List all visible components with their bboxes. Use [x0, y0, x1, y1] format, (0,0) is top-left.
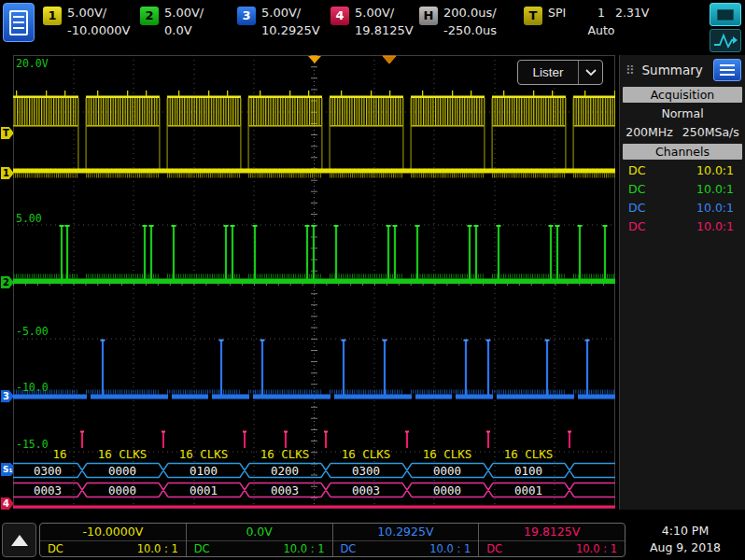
- channel-3-offset: 10.2925V: [261, 21, 320, 39]
- main-menu-button[interactable]: [3, 3, 35, 42]
- channel-4-probe-label: 10.0 : 1: [576, 541, 617, 556]
- trigger-source: 1: [597, 4, 605, 21]
- channel-2-coupling-label: DC: [194, 541, 210, 556]
- clock-count-label: 16 CLKS: [342, 447, 391, 461]
- scale-label: -15.0: [16, 438, 49, 451]
- channel-3-status[interactable]: 3 5.00V/ 10.2925V: [237, 0, 330, 39]
- channel-3-value: 10.2925V: [333, 524, 479, 541]
- up-arrow-icon: [11, 535, 28, 546]
- channel-4-ground-marker[interactable]: 4: [1, 497, 14, 510]
- clock-count-label: 16: [52, 447, 66, 461]
- channel-2-badge: 2: [140, 7, 159, 25]
- channel-1-measurement-cell[interactable]: -10.0000V DC 10.0 : 1: [40, 524, 187, 556]
- menu-icon: [9, 10, 28, 35]
- clock-count-label: 16 CLKS: [260, 447, 310, 461]
- trigger-mode: Auto: [587, 21, 614, 39]
- channel-1-probe-label: 10.0 : 1: [137, 541, 178, 556]
- oscilloscope-screen: 1 5.00V/ -10.0000V 2 5.00V/ 0.0V 3 5.00V…: [0, 0, 745, 560]
- channel-2-scale: 5.00V/: [164, 4, 204, 21]
- acquisition-rates: 200MHz 250MSa/s: [620, 123, 745, 142]
- touch-screen-button[interactable]: [710, 3, 741, 26]
- lister-label: Lister: [518, 65, 578, 79]
- channel-3-probe-ratio: 10.0:1: [696, 199, 734, 217]
- trigger-type: SPI: [548, 4, 587, 21]
- channel-3-summary-row: DC 10.0:1: [620, 199, 745, 217]
- channel-4-value: 19.8125V: [479, 524, 625, 541]
- channel-1-scale: 5.00V/: [67, 4, 130, 21]
- timebase-delay: -250.0us: [443, 21, 497, 39]
- miso-bus-value: 0003: [271, 483, 299, 497]
- channel-4-summary-row: DC 10.0:1: [620, 217, 745, 236]
- lister-dropdown-button[interactable]: Lister: [517, 60, 603, 85]
- clock-count-label: 16 CLKS: [423, 447, 472, 461]
- miso-bus-value: 0001: [190, 483, 218, 497]
- miso-bus-value: 0000: [433, 483, 461, 497]
- mosi-bus-value: 0200: [271, 464, 299, 478]
- channel-3-measurement-cell[interactable]: 10.2925V DC 10.0 : 1: [333, 524, 480, 556]
- channel-1-coupling-label: DC: [48, 541, 63, 556]
- sample-rate-value: 250MSa/s: [682, 123, 739, 142]
- spi-clock-count-labels: 16 16 CLKS 16 CLKS 16 CLKS 16 CLKS 16 CL…: [52, 447, 553, 461]
- channel-3-coupling: DC: [628, 199, 645, 217]
- waveform-recall-button[interactable]: [710, 29, 741, 52]
- acquisition-section-header: Acquisition: [623, 87, 742, 103]
- waveform-canvas: 16 16 CLKS 16 CLKS 16 CLKS 16 CLKS 16 CL…: [13, 55, 615, 509]
- clock-count-label: 16 CLKS: [504, 447, 554, 461]
- chevron-down-icon: [578, 61, 602, 84]
- summary-panel: ⠿ Summary Acquisition Normal 200MHz 250M…: [619, 55, 745, 510]
- scale-label: -5.00: [16, 325, 49, 338]
- mosi-bus-value: 0000: [433, 464, 461, 478]
- channel-1-offset: -10.0000V: [67, 21, 130, 39]
- time-display: 4:10 PM: [629, 523, 741, 539]
- channel-2-coupling: DC: [628, 180, 645, 199]
- channel-1-ground-marker[interactable]: 1: [1, 167, 14, 179]
- channel-4-probe-ratio: 10.0:1: [696, 217, 734, 236]
- trigger-status[interactable]: T SPI 1 2.31V Auto: [524, 0, 649, 39]
- trigger-level-marker[interactable]: T: [1, 127, 14, 139]
- channel-1-coupling: DC: [628, 161, 645, 180]
- time-reference-marker[interactable]: [308, 56, 321, 63]
- scale-label: 5.00: [16, 212, 42, 225]
- horizontal-badge: H: [419, 7, 438, 25]
- list-icon: [720, 64, 735, 76]
- menu-up-button[interactable]: [2, 523, 36, 557]
- channel-4-scale: 5.00V/: [355, 4, 414, 21]
- channel-4-status[interactable]: 4 5.00V/ 19.8125V: [330, 0, 419, 39]
- header-quick-buttons: [710, 0, 745, 52]
- channel-2-ground-marker[interactable]: 2: [1, 276, 14, 288]
- channel-1-badge: 1: [43, 7, 62, 25]
- clock-count-label: 16 CLKS: [179, 447, 229, 461]
- channel-2-status[interactable]: 2 5.00V/ 0.0V: [140, 0, 237, 39]
- top-status-bar: 1 5.00V/ -10.0000V 2 5.00V/ 0.0V 3 5.00V…: [0, 0, 745, 53]
- summary-menu-button[interactable]: [713, 59, 741, 81]
- channel-4-measurement-cell[interactable]: 19.8125V DC 10.0 : 1: [479, 524, 625, 556]
- channel-2-offset: 0.0V: [164, 21, 204, 39]
- channel-2-probe-label: 10.0 : 1: [283, 541, 324, 556]
- trigger-badge: T: [524, 7, 542, 25]
- mosi-bus-value: 0000: [108, 464, 136, 478]
- trigger-level: 2.31V: [615, 4, 649, 21]
- waveform-display: 16 16 CLKS 16 CLKS 16 CLKS 16 CLKS 16 CL…: [13, 55, 615, 509]
- summary-panel-header: ⠿ Summary: [620, 55, 745, 85]
- waveform-arrow-icon: [712, 32, 738, 49]
- screen-icon: [717, 9, 734, 21]
- bandwidth-value: 200MHz: [626, 123, 673, 142]
- trigger-point-marker[interactable]: [383, 56, 396, 63]
- drag-handle-icon[interactable]: ⠿: [626, 63, 635, 77]
- date-display: Aug 9, 2018: [629, 539, 741, 556]
- channel-4-offset: 19.8125V: [355, 21, 414, 39]
- mosi-bus-value: 0100: [514, 464, 542, 478]
- channel-2-measurement-cell[interactable]: 0.0V DC 10.0 : 1: [187, 524, 333, 556]
- channel-2-probe-ratio: 10.0:1: [696, 180, 734, 199]
- channel-4-coupling-label: DC: [486, 541, 502, 556]
- scale-label: -10.0: [16, 381, 49, 394]
- horizontal-status[interactable]: H 200.0us/ -250.0us: [419, 0, 524, 39]
- channels-section-header: Channels: [623, 144, 742, 160]
- summary-panel-title: Summary: [642, 63, 713, 77]
- mosi-bus-value: 0100: [190, 464, 218, 478]
- channel-3-badge: 3: [237, 7, 256, 25]
- channel-3-ground-marker[interactable]: 3: [1, 390, 14, 402]
- timebase-scale: 200.0us/: [443, 4, 497, 21]
- channel-1-status[interactable]: 1 5.00V/ -10.0000V: [43, 0, 140, 39]
- channel-3-probe-label: 10.0 : 1: [429, 541, 471, 556]
